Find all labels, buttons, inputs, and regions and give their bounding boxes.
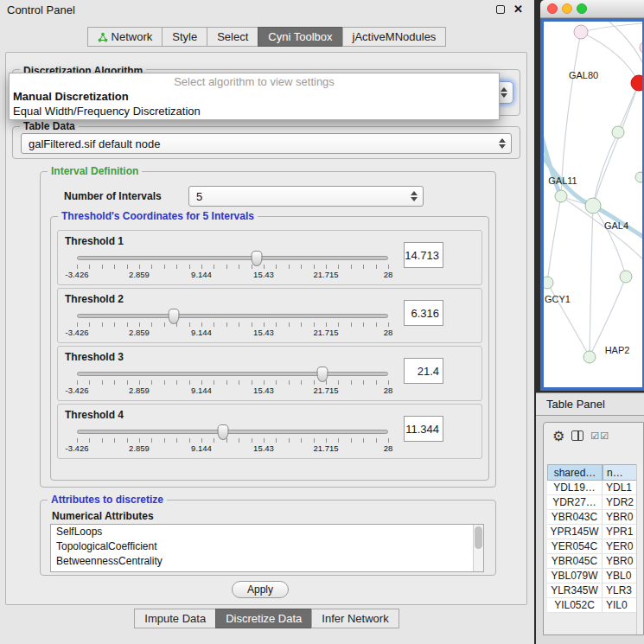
list-item[interactable]: TopologicalCoefficient (51, 539, 483, 554)
dropdown-option-manual-discretization[interactable]: Manual Discretization (10, 89, 499, 104)
threshold-1-value-field[interactable]: 14.713 (404, 242, 443, 268)
attributes-group-title: Attributes to discretize (48, 494, 167, 506)
table-panel-header[interactable]: Table Panel (536, 392, 644, 416)
table-data-select[interactable]: galFiltered.sif default node (21, 133, 512, 154)
threshold-2-slider[interactable] (77, 314, 388, 318)
float-window-icon[interactable] (496, 5, 505, 14)
table-row[interactable]: YBR043CYBR0 (547, 510, 644, 525)
tab-network[interactable]: Network (87, 27, 163, 47)
close-traffic-light-icon[interactable] (547, 3, 558, 14)
tick-label: 28 (384, 443, 393, 453)
table-data-group-title: Table Data (20, 120, 79, 132)
threshold-4-panel: Threshold 4 -3.426 2.859 9.144 15.43 21.… (57, 404, 482, 459)
list-item[interactable]: BetweennessCentrality (51, 554, 483, 569)
network-window-titlebar[interactable] (540, 0, 644, 18)
threshold-3-value-field[interactable]: 21.4 (404, 358, 443, 384)
table-row[interactable]: YBR045CYBR0 (547, 554, 644, 569)
tab-discretize-data[interactable]: Discretize Data (215, 609, 312, 628)
node-label: GAL11 (548, 175, 577, 186)
dropdown-option-equal-width[interactable]: Equal Width/Frequency Discretization (10, 104, 499, 118)
threshold-1-slider[interactable] (77, 256, 388, 260)
combo-stepper-icon (501, 87, 507, 98)
node-label: GAL80 (569, 70, 598, 80)
tab-label: Discretize Data (226, 609, 302, 628)
tab-select[interactable]: Select (207, 27, 258, 47)
tick-label: 9.144 (191, 386, 212, 395)
network-view-window: GAL80 GAL11 GAL4 GCY1 HAP2 (540, 0, 644, 391)
tab-jactivemnodules[interactable]: jActiveMNodules (342, 27, 447, 47)
table-body: YDL19…YDL1 YDR27…YDR2 YBR043CYBR0 YPR145… (547, 481, 644, 613)
node[interactable] (635, 172, 642, 182)
node-gal4[interactable] (585, 198, 601, 214)
table-header-row: shared… n… (547, 464, 644, 481)
cell: YBR045C (547, 554, 603, 568)
columns-icon[interactable] (571, 430, 583, 441)
tab-impute-data[interactable]: Impute Data (134, 609, 216, 628)
threshold-2-value-field[interactable]: 6.316 (404, 300, 443, 326)
list-item[interactable]: SelfLoops (51, 525, 483, 539)
threshold-4-slider[interactable] (77, 430, 388, 434)
gear-icon[interactable]: ⚙ (552, 428, 564, 444)
algorithm-dropdown-popup: Select algorithm to view settings Manual… (9, 73, 500, 120)
slider-ticks (77, 265, 389, 269)
node[interactable] (620, 271, 632, 283)
numerical-attributes-label: Numerical Attributes (52, 510, 154, 522)
threshold-2-panel: Threshold 2 -3.426 2.859 9.144 15.43 21.… (57, 288, 482, 343)
table-row[interactable]: YER054CYER0 (547, 539, 644, 554)
tick-label: -3.426 (66, 328, 89, 337)
table-row[interactable]: YBL079WYBL0 (547, 569, 644, 583)
tick-label: 2.859 (129, 270, 150, 279)
checkbox-icons[interactable]: ☑☑ (590, 430, 609, 442)
node[interactable] (612, 126, 624, 138)
cell: YBL079W (547, 569, 603, 583)
threshold-4-value-field[interactable]: 11.344 (404, 416, 443, 442)
table-scrollbar[interactable] (636, 464, 643, 634)
threshold-3-slider[interactable] (77, 372, 388, 376)
table-row[interactable]: YIL052CYIL0 (547, 598, 644, 613)
network-graph: GAL80 GAL11 GAL4 GCY1 HAP2 (544, 22, 642, 387)
dropdown-placeholder-option[interactable]: Select algorithm to view settings (10, 74, 499, 89)
numerical-attributes-list[interactable]: SelfLoops TopologicalCoefficient Between… (50, 524, 484, 572)
close-icon[interactable]: ✕ (513, 3, 523, 16)
network-icon (98, 32, 108, 42)
network-canvas[interactable]: GAL80 GAL11 GAL4 GCY1 HAP2 (540, 18, 644, 391)
table-row[interactable]: YDL19…YDL1 (547, 481, 644, 495)
threshold-3-panel: Threshold 3 -3.426 2.859 9.144 15.43 21.… (57, 346, 482, 401)
node-gal11[interactable] (555, 190, 567, 202)
tab-infer-network[interactable]: Infer Network (311, 609, 399, 628)
tab-cyni-toolbox[interactable]: Cyni Toolbox (258, 27, 342, 47)
tick-label: 9.144 (191, 270, 212, 279)
tab-label: Cyni Toolbox (268, 28, 332, 46)
node-gcy1[interactable] (544, 277, 553, 289)
selected-red-node[interactable] (631, 75, 642, 91)
tick-label: -3.426 (66, 386, 89, 395)
apply-button[interactable]: Apply (232, 581, 289, 598)
scrollbar-thumb[interactable] (475, 526, 482, 549)
number-of-intervals-value: 5 (196, 190, 202, 203)
number-of-intervals-select[interactable]: 5 (188, 186, 424, 207)
list-scrollbar[interactable] (473, 525, 483, 571)
right-column: GAL80 GAL11 GAL4 GCY1 HAP2 Table Panel ⚙… (534, 0, 644, 644)
node-gal80[interactable] (574, 25, 588, 39)
tab-style[interactable]: Style (162, 27, 207, 47)
node-hap2[interactable] (583, 351, 596, 363)
tick-label: 2.859 (129, 386, 150, 395)
cell: YBR043C (547, 510, 603, 524)
table-row[interactable]: YDR27…YDR2 (547, 495, 644, 510)
node-label: GCY1 (545, 294, 571, 304)
minimize-traffic-light-icon[interactable] (562, 3, 572, 14)
tick-label: 9.144 (191, 328, 212, 337)
table-row[interactable]: YLR345WYLR3 (547, 583, 644, 598)
tick-label: 21.715 (313, 270, 338, 279)
table-toolbar: ⚙ ☑☑ (544, 423, 643, 449)
tick-label: 15.43 (253, 328, 274, 337)
tick-label: 2.859 (129, 443, 150, 453)
table-row[interactable]: YPR145WYPR1 (547, 525, 644, 539)
cell: YIL052C (547, 598, 603, 612)
slider-tick-labels: -3.426 2.859 9.144 15.43 21.715 28 (77, 270, 388, 280)
column-header-shared-name[interactable]: shared… (547, 464, 603, 481)
node[interactable] (640, 41, 642, 54)
zoom-traffic-light-icon[interactable] (577, 3, 587, 14)
cell: YDL19… (547, 481, 603, 494)
slider-tick-labels: -3.426 2.859 9.144 15.43 21.715 28 (77, 386, 388, 396)
